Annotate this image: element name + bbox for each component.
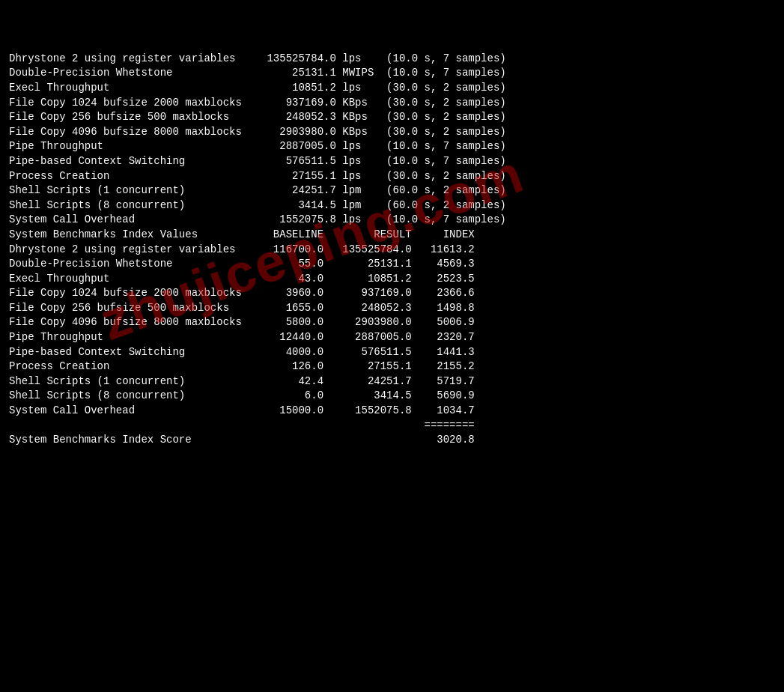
index-row: Double-Precision Whetstone 55.0 25131.1 … — [9, 258, 475, 270]
benchmark-row: System Call Overhead 1552075.8 lps (10.0… — [9, 213, 506, 225]
index-section: System Benchmarks Index Values BASELINE … — [9, 228, 775, 448]
benchmark-row: Pipe Throughput 2887005.0 lps (10.0 s, 7… — [9, 140, 506, 152]
benchmarks-section: Dhrystone 2 using register variables 135… — [9, 52, 775, 228]
benchmark-row: File Copy 4096 bufsize 8000 maxblocks 29… — [9, 126, 506, 138]
index-row: File Copy 256 bufsize 500 maxblocks 1655… — [9, 302, 475, 314]
index-row: Shell Scripts (8 concurrent) 6.0 3414.5 … — [9, 389, 475, 401]
index-row: File Copy 4096 bufsize 8000 maxblocks 58… — [9, 316, 475, 328]
index-row: File Copy 1024 bufsize 2000 maxblocks 39… — [9, 287, 475, 299]
index-header: System Benchmarks Index Values BASELINE … — [9, 228, 475, 240]
index-row: System Call Overhead 15000.0 1552075.8 1… — [9, 404, 475, 416]
index-row: Execl Throughput 43.0 10851.2 2523.5 — [9, 273, 475, 285]
benchmark-row: Shell Scripts (1 concurrent) 24251.7 lpm… — [9, 184, 506, 196]
index-row: Dhrystone 2 using register variables 116… — [9, 243, 475, 255]
benchmark-row: Shell Scripts (8 concurrent) 3414.5 lpm … — [9, 199, 506, 211]
index-row: Pipe-based Context Switching 4000.0 5765… — [9, 346, 475, 358]
benchmark-row: Pipe-based Context Switching 576511.5 lp… — [9, 155, 506, 167]
score-line: System Benchmarks Index Score 3020.8 — [9, 434, 475, 446]
benchmark-row: Double-Precision Whetstone 25131.1 MWIPS… — [9, 67, 506, 79]
benchmark-row: Process Creation 27155.1 lps (30.0 s, 2 … — [9, 170, 506, 182]
index-row: Shell Scripts (1 concurrent) 42.4 24251.… — [9, 375, 475, 387]
benchmark-row: Dhrystone 2 using register variables 135… — [9, 52, 506, 64]
index-row: Pipe Throughput 12440.0 2887005.0 2320.7 — [9, 331, 475, 343]
benchmark-row: File Copy 1024 bufsize 2000 maxblocks 93… — [9, 97, 506, 109]
benchmark-row: File Copy 256 bufsize 500 maxblocks 2480… — [9, 111, 506, 123]
benchmark-row: Execl Throughput 10851.2 lps (30.0 s, 2 … — [9, 82, 506, 94]
equals-line: ======== — [9, 419, 475, 431]
index-row: Process Creation 126.0 27155.1 2155.2 — [9, 360, 475, 372]
terminal-output — [9, 7, 775, 52]
